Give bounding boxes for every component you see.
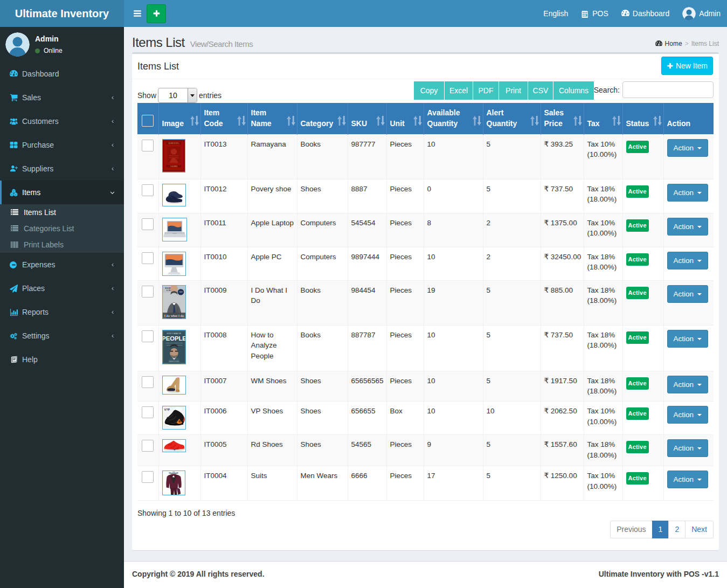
svg-text:HOW TO ANALYZE: HOW TO ANALYZE bbox=[167, 333, 181, 335]
svg-text:V?P: V?P bbox=[164, 408, 170, 411]
svg-text:RAMAYANA: RAMAYANA bbox=[168, 142, 179, 144]
svg-text:I do what I do: I do what I do bbox=[164, 313, 183, 317]
svg-text:PEOPLE: PEOPLE bbox=[162, 335, 186, 341]
svg-text:PATRICK KING: PATRICK KING bbox=[169, 361, 178, 363]
svg-text:I DO: I DO bbox=[179, 291, 183, 293]
svg-text:VALMIKI: VALMIKI bbox=[170, 165, 177, 168]
